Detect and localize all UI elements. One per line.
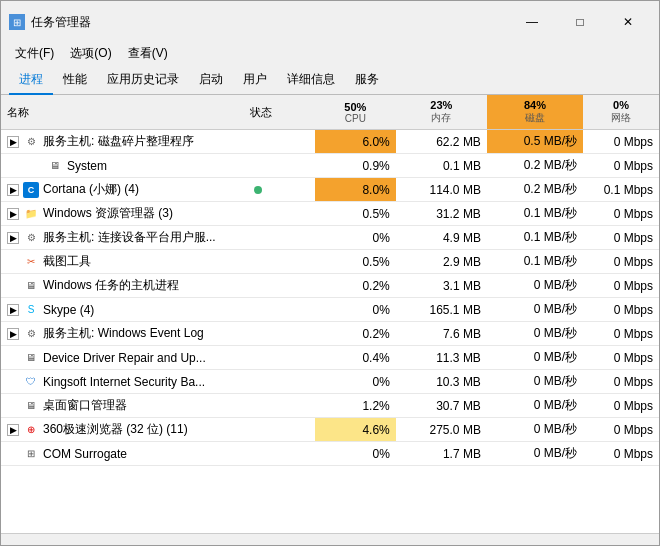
- col-header-cpu[interactable]: 50% CPU: [315, 95, 396, 130]
- process-icon: 🖥: [23, 398, 39, 414]
- mem-pct: 23%: [402, 99, 481, 111]
- process-icon: ✂: [23, 254, 39, 270]
- tab-performance[interactable]: 性能: [53, 66, 97, 95]
- col-header-mem[interactable]: 23% 内存: [396, 95, 487, 130]
- process-cpu-cell: 6.0%: [315, 130, 396, 154]
- cpu-label: CPU: [321, 113, 390, 124]
- col-header-name[interactable]: 名称: [1, 95, 244, 130]
- table-row[interactable]: 🖥System0.9%0.1 MB0.2 MB/秒0 Mbps: [1, 154, 659, 178]
- table-row[interactable]: ▶CCortana (小娜) (4)8.0%114.0 MB0.2 MB/秒0.…: [1, 178, 659, 202]
- process-status-cell: [244, 226, 315, 250]
- process-icon: S: [23, 302, 39, 318]
- tab-startup[interactable]: 启动: [189, 66, 233, 95]
- process-table: 名称 状态 50% CPU 23% 内存: [1, 95, 659, 466]
- net-pct: 0%: [589, 99, 653, 111]
- expand-button[interactable]: ▶: [7, 232, 19, 244]
- tab-app-history[interactable]: 应用历史记录: [97, 66, 189, 95]
- tab-services[interactable]: 服务: [345, 66, 389, 95]
- main-content: 名称 状态 50% CPU 23% 内存: [1, 95, 659, 545]
- table-row[interactable]: 🖥Windows 任务的主机进程0.2%3.1 MB0 MB/秒0 Mbps: [1, 274, 659, 298]
- process-status-cell: [244, 154, 315, 178]
- table-row[interactable]: ▶⚙服务主机: Windows Event Log0.2%7.6 MB0 MB/…: [1, 322, 659, 346]
- process-net-cell: 0 Mbps: [583, 274, 659, 298]
- table-row[interactable]: ▶SSkype (4)0%165.1 MB0 MB/秒0 Mbps: [1, 298, 659, 322]
- horizontal-scrollbar[interactable]: [1, 533, 659, 545]
- process-cpu-cell: 0.2%: [315, 322, 396, 346]
- process-name-label: 服务主机: 连接设备平台用户服...: [43, 229, 216, 246]
- expand-button[interactable]: ▶: [7, 184, 19, 196]
- process-name-cell: ▶📁Windows 资源管理器 (3): [1, 202, 244, 226]
- process-icon: 🛡: [23, 374, 39, 390]
- process-table-container[interactable]: 名称 状态 50% CPU 23% 内存: [1, 95, 659, 533]
- process-disk-cell: 0 MB/秒: [487, 442, 583, 466]
- process-mem-cell: 114.0 MB: [396, 178, 487, 202]
- process-name-label: Kingsoft Internet Security Ba...: [43, 375, 205, 389]
- process-name-cell: ▶SSkype (4): [1, 298, 244, 322]
- process-icon: C: [23, 182, 39, 198]
- expand-button[interactable]: ▶: [7, 136, 19, 148]
- col-header-net[interactable]: 0% 网络: [583, 95, 659, 130]
- process-name-label: 360极速浏览器 (32 位) (11): [43, 421, 188, 438]
- mem-label: 内存: [402, 111, 481, 125]
- expand-button[interactable]: ▶: [7, 304, 19, 316]
- col-header-disk[interactable]: 84% 磁盘: [487, 95, 583, 130]
- process-disk-cell: 0 MB/秒: [487, 322, 583, 346]
- maximize-button[interactable]: □: [557, 7, 603, 37]
- process-icon: ⚙: [23, 230, 39, 246]
- process-net-cell: 0 Mbps: [583, 130, 659, 154]
- col-header-status[interactable]: 状态: [244, 95, 315, 130]
- tab-details[interactable]: 详细信息: [277, 66, 345, 95]
- expand-button[interactable]: ▶: [7, 424, 19, 436]
- process-status-cell: [244, 370, 315, 394]
- process-name-cell: ✂截图工具: [1, 250, 244, 274]
- process-net-cell: 0 Mbps: [583, 250, 659, 274]
- disk-label: 磁盘: [493, 111, 577, 125]
- process-disk-cell: 0 MB/秒: [487, 274, 583, 298]
- table-row[interactable]: 🖥Device Driver Repair and Up...0.4%11.3 …: [1, 346, 659, 370]
- process-cpu-cell: 0%: [315, 370, 396, 394]
- process-name-label: 截图工具: [43, 253, 91, 270]
- process-icon: ⊕: [23, 422, 39, 438]
- process-disk-cell: 0 MB/秒: [487, 418, 583, 442]
- menu-file[interactable]: 文件(F): [9, 43, 60, 64]
- process-cpu-cell: 0%: [315, 226, 396, 250]
- menu-view[interactable]: 查看(V): [122, 43, 174, 64]
- process-net-cell: 0 Mbps: [583, 370, 659, 394]
- table-row[interactable]: 🛡Kingsoft Internet Security Ba...0%10.3 …: [1, 370, 659, 394]
- tab-users[interactable]: 用户: [233, 66, 277, 95]
- table-row[interactable]: ▶⚙服务主机: 连接设备平台用户服...0%4.9 MB0.1 MB/秒0 Mb…: [1, 226, 659, 250]
- tab-processes[interactable]: 进程: [9, 66, 53, 95]
- menu-options[interactable]: 选项(O): [64, 43, 117, 64]
- process-net-cell: 0.1 Mbps: [583, 178, 659, 202]
- process-status-cell: [244, 178, 315, 202]
- process-icon: 🖥: [23, 350, 39, 366]
- table-row[interactable]: 🖥桌面窗口管理器1.2%30.7 MB0 MB/秒0 Mbps: [1, 394, 659, 418]
- table-row[interactable]: ⊞COM Surrogate0%1.7 MB0 MB/秒0 Mbps: [1, 442, 659, 466]
- table-row[interactable]: ▶⊕360极速浏览器 (32 位) (11)4.6%275.0 MB0 MB/秒…: [1, 418, 659, 442]
- process-name-cell: 🖥Device Driver Repair and Up...: [1, 346, 244, 370]
- process-mem-cell: 3.1 MB: [396, 274, 487, 298]
- process-name-label: Cortana (小娜) (4): [43, 181, 139, 198]
- process-cpu-cell: 0.4%: [315, 346, 396, 370]
- minimize-button[interactable]: —: [509, 7, 555, 37]
- menu-bar: 文件(F) 选项(O) 查看(V): [1, 41, 659, 66]
- title-bar-left: ⊞ 任务管理器: [9, 14, 91, 31]
- process-mem-cell: 0.1 MB: [396, 154, 487, 178]
- process-status-cell: [244, 202, 315, 226]
- table-row[interactable]: ▶📁Windows 资源管理器 (3)0.5%31.2 MB0.1 MB/秒0 …: [1, 202, 659, 226]
- cpu-pct: 50%: [321, 101, 390, 113]
- expand-button[interactable]: ▶: [7, 328, 19, 340]
- table-row[interactable]: ✂截图工具0.5%2.9 MB0.1 MB/秒0 Mbps: [1, 250, 659, 274]
- table-row[interactable]: ▶⚙服务主机: 磁盘碎片整理程序6.0%62.2 MB0.5 MB/秒0 Mbp…: [1, 130, 659, 154]
- process-name-cell: ▶⚙服务主机: 连接设备平台用户服...: [1, 226, 244, 250]
- process-cpu-cell: 0%: [315, 442, 396, 466]
- process-mem-cell: 2.9 MB: [396, 250, 487, 274]
- app-icon: ⊞: [9, 14, 25, 30]
- close-button[interactable]: ✕: [605, 7, 651, 37]
- process-status-cell: [244, 442, 315, 466]
- expand-button[interactable]: ▶: [7, 208, 19, 220]
- process-name-label: Windows 任务的主机进程: [43, 277, 179, 294]
- process-name-label: 服务主机: Windows Event Log: [43, 325, 204, 342]
- process-icon: ⊞: [23, 446, 39, 462]
- net-label: 网络: [589, 111, 653, 125]
